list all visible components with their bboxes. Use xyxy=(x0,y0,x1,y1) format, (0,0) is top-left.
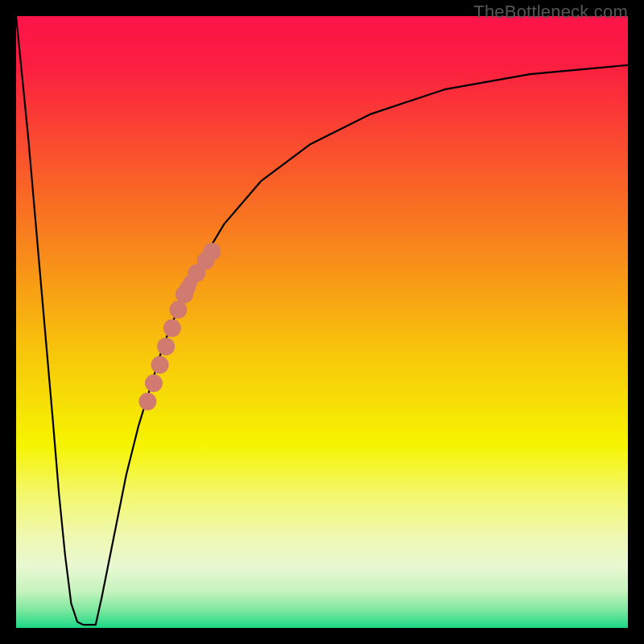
highlight-dot xyxy=(138,393,156,411)
highlight-dot xyxy=(151,356,169,374)
watermark-text: TheBottleneck.com xyxy=(473,2,628,23)
bottleneck-curve xyxy=(16,16,628,625)
chart-frame: TheBottleneck.com xyxy=(0,0,644,644)
highlight-dot xyxy=(203,243,221,261)
highlight-dot xyxy=(169,301,187,319)
curve-layer xyxy=(16,16,628,628)
highlight-dot xyxy=(163,320,181,337)
highlight-segment xyxy=(138,243,221,411)
highlight-dot xyxy=(157,337,175,355)
plot-area xyxy=(16,16,628,628)
highlight-dot xyxy=(145,374,163,392)
